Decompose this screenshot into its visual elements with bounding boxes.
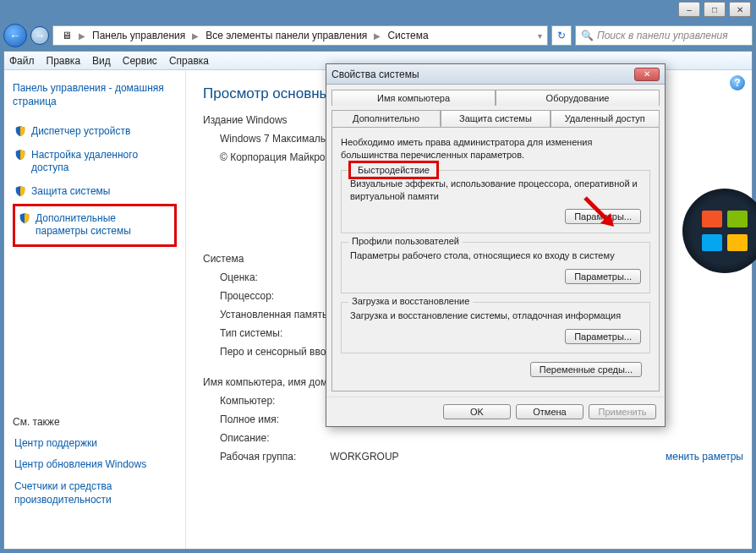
menu-edit[interactable]: Правка [47, 55, 81, 67]
group-performance-legend: Быстродействие [348, 161, 439, 179]
shield-icon [14, 149, 26, 161]
close-window-button[interactable]: ✕ [729, 2, 751, 17]
ok-button[interactable]: OK [443, 404, 511, 419]
group-profiles-desc: Параметры рабочего стола, относящиеся ко… [350, 249, 641, 262]
dialog-close-button[interactable]: ✕ [634, 68, 660, 81]
apply-button[interactable]: Применить [589, 404, 656, 419]
breadcrumb-icon: 🖥 [57, 26, 77, 45]
group-performance: Быстродействие Визуальные эффекты, испол… [341, 170, 650, 234]
chevron-down-icon[interactable]: ▾ [536, 31, 544, 41]
forward-button[interactable]: → [30, 26, 49, 45]
chevron-right-icon: ▶ [190, 31, 200, 41]
sidebar-item-label: Настройка удаленного доступа [31, 149, 175, 175]
search-input[interactable]: 🔍 Поиск в панели управления [575, 25, 753, 46]
group-profiles: Профили пользователей Параметры рабочего… [341, 242, 650, 293]
tab-remote[interactable]: Удаленный доступ [551, 110, 660, 127]
group-startup-desc: Загрузка и восстановление системы, отлад… [350, 309, 641, 322]
see-also-update[interactable]: Центр обновления Windows [13, 454, 177, 476]
group-profiles-legend: Профили пользователей [348, 236, 463, 246]
see-also-perf[interactable]: Счетчики и средства производительности [13, 476, 177, 511]
performance-settings-button[interactable]: Параметры... [565, 209, 641, 224]
env-vars-button[interactable]: Переменные среды... [530, 362, 642, 377]
sidebar-item-remote[interactable]: Настройка удаленного доступа [13, 144, 177, 180]
maximize-button[interactable]: □ [704, 2, 726, 17]
cancel-button[interactable]: Отмена [516, 404, 583, 419]
back-button[interactable]: ← [3, 24, 27, 47]
breadcrumb-bar[interactable]: 🖥 ▶ Панель управления ▶ Все элементы пан… [52, 25, 548, 46]
system-properties-dialog: Свойства системы ✕ Имя компьютера Оборуд… [326, 63, 666, 427]
startup-settings-button[interactable]: Параметры... [565, 329, 641, 344]
shield-icon [14, 185, 26, 197]
profiles-settings-button[interactable]: Параметры... [565, 269, 641, 284]
menu-file[interactable]: Файл [9, 55, 35, 67]
dialog-button-row: OK Отмена Применить [326, 397, 665, 426]
help-button[interactable]: ? [730, 75, 745, 90]
sidebar-item-label: Защита системы [31, 185, 110, 199]
tab-hardware[interactable]: Оборудование [496, 90, 660, 106]
tab-computer-name[interactable]: Имя компьютера [331, 90, 496, 106]
description-label: Описание: [220, 432, 735, 444]
dialog-tabs-row1: Имя компьютера Оборудование [326, 85, 665, 106]
chevron-right-icon: ▶ [372, 31, 382, 41]
chevron-right-icon: ▶ [77, 31, 87, 41]
tab-advanced[interactable]: Дополнительно [331, 110, 441, 127]
breadcrumb-seg-2[interactable]: Все элементы панели управления [200, 26, 372, 45]
dialog-title: Свойства системы [331, 68, 419, 80]
group-performance-desc: Визуальные эффекты, использование процес… [350, 178, 641, 203]
dialog-titlebar[interactable]: Свойства системы ✕ [326, 64, 665, 85]
sidebar-item-advanced[interactable]: Дополнительные параметры системы [13, 204, 177, 247]
menu-view[interactable]: Вид [92, 55, 111, 67]
shield-icon [14, 125, 26, 137]
refresh-button[interactable]: ↻ [551, 25, 572, 46]
dialog-intro-text: Необходимо иметь права администратора дл… [341, 136, 650, 162]
dialog-tabs-row2: Дополнительно Защита системы Удаленный д… [326, 105, 665, 127]
shield-icon [19, 212, 30, 224]
sidebar-home-link[interactable]: Панель управления - домашняя страница [13, 82, 177, 108]
sidebar-item-protection[interactable]: Защита системы [13, 180, 177, 204]
sidebar: Панель управления - домашняя страница Ди… [4, 70, 186, 549]
windows-flag-icon [702, 211, 748, 251]
workgroup-value: WORKGROUP [330, 451, 398, 463]
search-placeholder: Поиск в панели управления [597, 30, 728, 41]
group-startup-legend: Загрузка и восстановление [348, 296, 473, 306]
sidebar-item-label: Диспетчер устройств [31, 125, 130, 139]
search-icon: 🔍 [581, 30, 594, 41]
minimize-button[interactable]: – [678, 2, 700, 17]
breadcrumb-seg-3[interactable]: Система [382, 26, 433, 45]
see-also-header: См. также [13, 416, 177, 428]
tab-protection[interactable]: Защита системы [441, 110, 550, 127]
sidebar-item-label: Дополнительные параметры системы [36, 212, 171, 238]
menu-tools[interactable]: Сервис [123, 55, 157, 67]
breadcrumb-seg-1[interactable]: Панель управления [87, 26, 190, 45]
window-controls: – □ ✕ [678, 2, 751, 17]
workgroup-label: Рабочая группа: [220, 451, 296, 463]
sidebar-item-device-manager[interactable]: Диспетчер устройств [13, 120, 177, 144]
group-startup: Загрузка и восстановление Загрузка и вос… [341, 302, 650, 353]
navigation-row: ← → 🖥 ▶ Панель управления ▶ Все элементы… [3, 21, 753, 50]
tab-panel-advanced: Необходимо иметь права администратора дл… [331, 127, 660, 391]
change-settings-link[interactable]: менить раметры [666, 451, 743, 464]
menu-help[interactable]: Справка [169, 55, 209, 67]
workgroup-row: Рабочая группа: WORKGROUP [220, 451, 735, 463]
see-also-support[interactable]: Центр поддержки [13, 433, 177, 455]
